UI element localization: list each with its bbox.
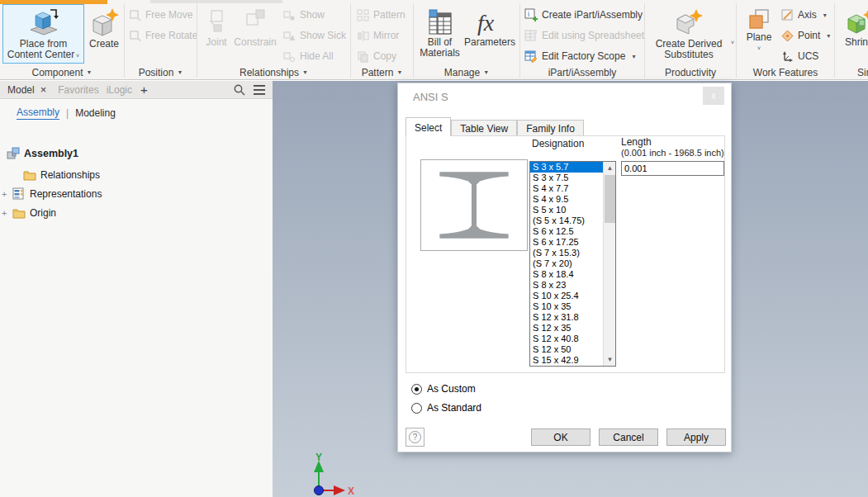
create-derived-substitutes-icon [671, 7, 707, 39]
browser-search-icon[interactable] [233, 83, 246, 97]
tree-node-relationships[interactable]: Relationships [23, 168, 100, 182]
designation-option[interactable]: S 15 x 42.9 [530, 355, 603, 366]
mirror-button[interactable]: Mirror [357, 28, 399, 43]
help-button[interactable]: ? [406, 428, 425, 447]
pattern-button[interactable]: Pattern [357, 7, 406, 22]
dialog-close-button[interactable]: x [703, 87, 724, 105]
axis-dropdown-caret[interactable]: ▾ [823, 12, 827, 19]
ucs-button[interactable]: UCS [781, 49, 818, 64]
inventor-window: Place from Content Center ˅ Create Compo… [0, 0, 868, 497]
create-derived-substitutes-button[interactable]: Create Derived Substitutes [649, 4, 728, 64]
create-ipart-label: Create iPart/iAssembly [542, 9, 643, 21]
browser-menu-icon[interactable] [253, 84, 266, 96]
component-group-arrow-icon: ▼ [87, 69, 92, 75]
ribbon-group-simplification: Shrink Sim [835, 0, 868, 80]
ribbon-group-productivity: Create Derived Substitutes ˅ Productivit… [645, 0, 736, 80]
shrinkwrap-button[interactable]: Shrink [837, 4, 868, 64]
tab-model[interactable]: Model [7, 84, 35, 96]
plane-dropdown-caret[interactable]: ˅ [757, 43, 761, 54]
expand-icon[interactable]: + [2, 208, 8, 218]
place-dropdown-caret[interactable]: ˅ [74, 53, 79, 59]
cancel-button[interactable]: Cancel [599, 428, 658, 446]
designation-option[interactable]: S 12 x 40.8 [530, 334, 603, 344]
place-from-content-center-button[interactable]: Place from Content Center ˅ [2, 4, 84, 64]
show-sick-label: Show Sick [300, 30, 346, 41]
tree-node-origin[interactable]: + Origin [2, 206, 56, 220]
tab-select[interactable]: Select [406, 117, 451, 136]
add-tab-button[interactable]: + [140, 83, 148, 97]
position-group-label[interactable]: Position▼ [125, 67, 197, 78]
edit-factory-scope-label: Edit Factory Scope [542, 50, 625, 62]
designation-option[interactable]: S 3 x 7.5 [530, 173, 603, 183]
designation-option[interactable]: S 4 x 9.5 [530, 194, 603, 205]
tab-table-view[interactable]: Table View [451, 120, 517, 136]
scrollbar-thumb[interactable] [605, 175, 615, 223]
joint-button[interactable]: Joint [202, 4, 230, 64]
point-button[interactable]: Point ▾ [781, 28, 830, 43]
constrain-button[interactable]: Constrain [232, 4, 278, 64]
assembly-view-link[interactable]: Assembly [17, 106, 59, 120]
free-move-button[interactable]: Free Move [129, 7, 192, 22]
show-button[interactable]: Show [283, 7, 325, 22]
scroll-down-icon[interactable]: ▼ [604, 353, 616, 366]
browser-views-row: Assembly | Modeling [17, 106, 116, 120]
scroll-up-icon[interactable]: ▲ [604, 162, 616, 174]
work-features-group-label[interactable]: Work Features [737, 67, 834, 78]
show-sick-button[interactable]: Show Sick [283, 28, 346, 43]
hide-all-button[interactable]: Hide All [283, 49, 334, 64]
modeling-view-link[interactable]: Modeling [75, 107, 116, 119]
axis-button[interactable]: Axis ▾ [781, 7, 827, 22]
designation-option[interactable]: S 12 x 50 [530, 344, 603, 355]
create-ipart-button[interactable]: i Create iPart/iAssembly [524, 7, 643, 22]
tab-ilogic[interactable]: iLogic [107, 84, 132, 96]
designation-option[interactable]: S 12 x 31.8 [530, 312, 603, 323]
tab-favorites[interactable]: Favorites [58, 84, 98, 96]
designation-option[interactable]: S 3 x 5.7 [530, 162, 603, 173]
ansi-s-dialog: ANSI S x Select Table View Family Info D… [397, 83, 732, 452]
plane-button[interactable]: Plane ˅ [740, 4, 778, 64]
designation-option[interactable]: (S 5 x 14.75) [530, 215, 603, 226]
designation-option[interactable]: S 6 x 12.5 [530, 226, 603, 237]
component-group-label[interactable]: Component▼ [0, 67, 124, 78]
edit-factory-scope-button[interactable]: Edit Factory Scope ▾ [524, 49, 635, 64]
derived-dropdown-caret[interactable]: ˅ [731, 40, 734, 45]
ipart-group-label[interactable]: iPart/iAssembly [520, 67, 644, 78]
tab-model-close-icon[interactable]: × [40, 83, 47, 96]
edit-factory-scope-caret[interactable]: ▾ [632, 53, 635, 60]
designation-option[interactable]: S 10 x 35 [530, 301, 603, 312]
point-dropdown-caret[interactable]: ▾ [827, 32, 830, 40]
designation-option[interactable]: S 8 x 23 [530, 280, 603, 291]
edit-using-spreadsheet-button[interactable]: Edit using Spreadsheet [524, 28, 644, 43]
designation-option[interactable]: (S 7 x 20) [530, 258, 603, 269]
parameters-button[interactable]: fx Parameters [463, 4, 516, 64]
designation-option[interactable]: S 10 x 25.4 [530, 291, 603, 301]
tree-node-representations[interactable]: + Representations [2, 187, 102, 201]
relationships-group-label[interactable]: Relationships▼ [197, 67, 350, 78]
free-rotate-button[interactable]: Free Rotate [129, 28, 197, 43]
create-component-button[interactable]: Create [86, 4, 122, 64]
ok-button[interactable]: OK [531, 428, 591, 446]
designation-option[interactable]: S 4 x 7.7 [530, 183, 603, 194]
simplification-group-label[interactable]: Sim [835, 67, 868, 78]
browser-tab-bar: Model × Favorites iLogic + [0, 81, 273, 99]
plane-label: Plane [747, 32, 772, 43]
length-input[interactable] [621, 161, 724, 176]
as-standard-radio[interactable]: As Standard [411, 402, 481, 414]
bill-of-materials-button[interactable]: Bill of Materials [417, 4, 462, 64]
manage-group-label[interactable]: Manage▼ [414, 67, 519, 78]
tab-family-info[interactable]: Family Info [517, 120, 584, 136]
designation-option[interactable]: S 12 x 35 [530, 323, 603, 334]
expand-icon[interactable]: + [2, 189, 8, 199]
designation-option[interactable]: (S 7 x 15.3) [530, 248, 603, 258]
designation-option[interactable]: S 5 x 10 [530, 205, 603, 215]
as-custom-radio[interactable]: As Custom [411, 383, 476, 395]
apply-button[interactable]: Apply [666, 428, 726, 446]
designation-option[interactable]: S 6 x 17.25 [530, 237, 603, 248]
copy-button[interactable]: Copy [357, 49, 396, 64]
manage-group-arrow-icon: ▼ [483, 69, 489, 75]
length-range-hint: (0.001 inch - 1968.5 inch) [621, 148, 724, 158]
designation-option[interactable]: S 8 x 18.4 [530, 269, 603, 280]
productivity-group-label[interactable]: Productivity [645, 67, 736, 78]
pattern-group-label[interactable]: Pattern▼ [351, 67, 413, 78]
tree-node-assembly1[interactable]: Assembly1 [7, 146, 78, 160]
